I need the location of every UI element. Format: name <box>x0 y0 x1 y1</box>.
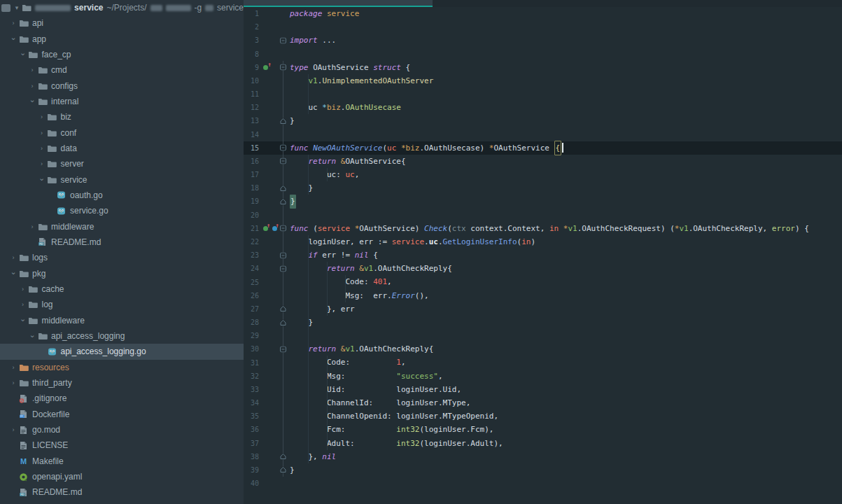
tree-row-makefile[interactable]: MMakefile <box>0 454 244 469</box>
code-line-20[interactable]: 20 <box>244 209 842 222</box>
code-text[interactable] <box>288 329 842 342</box>
line-number[interactable]: 11 <box>244 90 260 98</box>
code-text[interactable]: } <box>288 195 842 208</box>
code-line-34[interactable]: 34 ChannelId: loginUser.MType, <box>244 396 842 410</box>
code-text[interactable]: return &v1.OAuthCheckReply{ <box>288 262 842 275</box>
code-line-15[interactable]: 15func NewOAuthService(uc *biz.OAuthUsec… <box>244 141 842 155</box>
line-number[interactable]: 21 <box>244 225 260 232</box>
line-number[interactable]: 3 <box>244 36 260 44</box>
tree-row-dockerfile[interactable]: Dockerfile <box>0 407 244 422</box>
code-text[interactable]: return &v1.OAuthCheckReply{ <box>288 342 842 356</box>
code-line-12[interactable]: 12 uc *biz.OAuthUsecase <box>244 101 842 114</box>
tree-row-readme-md[interactable]: MDREADME.md <box>0 234 244 250</box>
line-number[interactable]: 27 <box>244 305 260 313</box>
code-line-1[interactable]: 1package service <box>244 7 842 20</box>
tree-row-face-cp[interactable]: ⌄face_cp <box>0 47 244 62</box>
code-text[interactable] <box>288 88 842 101</box>
code-line-24[interactable]: 24 return &v1.OAuthCheckReply{ <box>244 262 842 275</box>
chevron-right-icon[interactable]: › <box>37 113 47 120</box>
code-text[interactable]: package service <box>288 7 842 20</box>
line-number[interactable]: 32 <box>244 372 260 380</box>
tree-row-middleware[interactable]: ›middleware <box>0 218 244 234</box>
tree-row-middleware[interactable]: ⌄middleware <box>0 313 244 328</box>
line-number[interactable]: 2 <box>244 23 260 31</box>
fold-start-icon[interactable] <box>280 346 286 352</box>
fold-end-icon[interactable] <box>280 118 286 124</box>
code-text[interactable] <box>288 48 842 61</box>
chevron-right-icon[interactable]: › <box>37 130 47 136</box>
code-text[interactable] <box>288 20 842 34</box>
code-text[interactable]: func NewOAuthService(uc *biz.OAuthUsecas… <box>288 141 842 155</box>
line-number[interactable]: 14 <box>244 131 260 139</box>
code-text[interactable] <box>288 477 842 490</box>
code-line-33[interactable]: 33 Uid: loginUser.Uid, <box>244 383 842 396</box>
line-number[interactable]: 17 <box>244 171 260 178</box>
line-number[interactable]: 37 <box>244 440 260 447</box>
tree-row--gitignore[interactable]: .gitignore <box>0 391 244 406</box>
line-number[interactable]: 28 <box>244 318 260 326</box>
code-text[interactable]: } <box>288 316 842 329</box>
chevron-right-icon[interactable]: › <box>8 254 18 261</box>
line-number[interactable]: 30 <box>244 345 260 353</box>
code-line-36[interactable]: 36 Fcm: int32(loginUser.Fcm), <box>244 423 842 436</box>
code-text[interactable]: uc *biz.OAuthUsecase <box>288 101 842 114</box>
code-line-2[interactable]: 2 <box>244 20 842 34</box>
chevron-right-icon[interactable]: › <box>27 83 37 90</box>
chevron-down-icon[interactable]: ▾ <box>15 4 19 11</box>
line-number[interactable]: 35 <box>244 412 260 420</box>
tree-row-license[interactable]: LICENSE <box>0 438 244 453</box>
code-line-39[interactable]: 39} <box>244 463 842 477</box>
code-line-13[interactable]: 13} <box>244 114 842 127</box>
line-number[interactable]: 8 <box>244 50 260 58</box>
tree-row-log[interactable]: ›log <box>0 297 244 312</box>
chevron-down-icon[interactable]: ⌄ <box>8 267 18 276</box>
code-line-30[interactable]: 30 return &v1.OAuthCheckReply{ <box>244 342 842 356</box>
chevron-right-icon[interactable]: › <box>8 364 18 371</box>
chevron-right-icon[interactable]: › <box>18 286 28 293</box>
code-text[interactable]: return &OAuthService{ <box>288 155 842 168</box>
code-text[interactable]: Msg: "success", <box>288 370 842 383</box>
implemented-marker-icon[interactable]: ↑ <box>263 64 271 71</box>
code-text[interactable] <box>288 128 842 141</box>
code-line-9[interactable]: 9↑type OAuthService struct { <box>244 61 842 74</box>
implemented-marker-icon[interactable]: ↑ <box>263 225 270 232</box>
tree-row-third-party[interactable]: ›third_party <box>0 375 244 391</box>
code-text[interactable]: uc: uc, <box>288 168 842 181</box>
code-text[interactable]: v1.UnimplementedOAuthServer <box>288 74 842 88</box>
tree-row-resources[interactable]: ›resources <box>0 360 244 375</box>
line-number[interactable]: 31 <box>244 359 260 367</box>
code-text[interactable]: }, err <box>288 302 842 316</box>
tree-row-conf[interactable]: ›conf <box>0 125 244 140</box>
code-line-40[interactable]: 40 <box>244 477 842 490</box>
code-text[interactable]: Code: 1, <box>288 356 842 369</box>
code-text[interactable] <box>288 209 842 222</box>
line-number[interactable]: 15 <box>244 144 260 152</box>
code-line-8[interactable]: 8 <box>244 48 842 61</box>
line-number[interactable]: 1 <box>244 10 260 18</box>
code-line-21[interactable]: 21↑↑func (service *OAuthService) Check(c… <box>244 222 842 235</box>
chevron-right-icon[interactable]: › <box>37 145 47 152</box>
code-line-23[interactable]: 23 if err != nil { <box>244 248 842 262</box>
tree-row-service[interactable]: ⌄service <box>0 172 244 187</box>
code-text[interactable]: Uid: loginUser.Uid, <box>288 383 842 396</box>
chevron-right-icon[interactable]: › <box>18 301 28 308</box>
code-line-3[interactable]: 3import ... <box>244 34 842 47</box>
line-number[interactable]: 18 <box>244 184 260 192</box>
fold-start-icon[interactable] <box>280 265 286 272</box>
line-number[interactable]: 10 <box>244 77 260 85</box>
chevron-down-icon[interactable]: ⌄ <box>8 33 18 42</box>
code-text[interactable]: Adult: int32(loginUser.Adult), <box>288 437 842 450</box>
code-line-18[interactable]: 18 } <box>244 181 842 195</box>
tree-row-server[interactable]: ›server <box>0 156 244 172</box>
chevron-right-icon[interactable]: › <box>8 20 18 27</box>
code-line-25[interactable]: 25 Code: 401, <box>244 275 842 288</box>
chevron-down-icon[interactable]: ⌄ <box>18 314 28 323</box>
tree-row-openapi-yaml[interactable]: openapi.yaml <box>0 469 244 484</box>
line-number[interactable]: 13 <box>244 117 260 125</box>
line-number[interactable]: 29 <box>244 332 260 340</box>
code-text[interactable]: loginUser, err := service.uc.GetLoginUse… <box>288 235 842 248</box>
fold-start-icon[interactable] <box>280 145 286 151</box>
project-header[interactable]: ▾ service ~/Projects/ -g service <box>0 0 244 15</box>
line-number[interactable]: 19 <box>244 197 260 205</box>
line-number[interactable]: 16 <box>244 158 260 165</box>
